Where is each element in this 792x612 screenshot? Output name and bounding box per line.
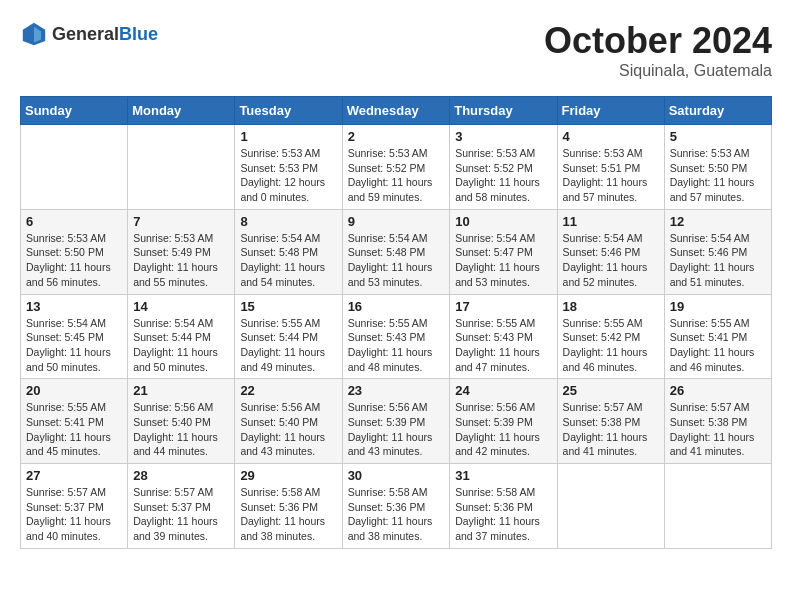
day-number: 30	[348, 468, 445, 483]
calendar-cell: 19Sunrise: 5:55 AMSunset: 5:41 PMDayligh…	[664, 294, 771, 379]
day-info: Sunrise: 5:55 AMSunset: 5:44 PMDaylight:…	[240, 316, 336, 375]
day-info: Sunrise: 5:53 AMSunset: 5:50 PMDaylight:…	[670, 146, 766, 205]
day-info: Sunrise: 5:54 AMSunset: 5:46 PMDaylight:…	[563, 231, 659, 290]
weekday-header-thursday: Thursday	[450, 97, 557, 125]
logo-text-blue: Blue	[119, 24, 158, 44]
week-row-3: 13Sunrise: 5:54 AMSunset: 5:45 PMDayligh…	[21, 294, 772, 379]
day-number: 1	[240, 129, 336, 144]
calendar-cell: 31Sunrise: 5:58 AMSunset: 5:36 PMDayligh…	[450, 464, 557, 549]
calendar-cell: 23Sunrise: 5:56 AMSunset: 5:39 PMDayligh…	[342, 379, 450, 464]
calendar-cell: 20Sunrise: 5:55 AMSunset: 5:41 PMDayligh…	[21, 379, 128, 464]
day-info: Sunrise: 5:54 AMSunset: 5:47 PMDaylight:…	[455, 231, 551, 290]
calendar-cell: 10Sunrise: 5:54 AMSunset: 5:47 PMDayligh…	[450, 209, 557, 294]
day-number: 21	[133, 383, 229, 398]
day-number: 16	[348, 299, 445, 314]
day-number: 20	[26, 383, 122, 398]
day-info: Sunrise: 5:56 AMSunset: 5:40 PMDaylight:…	[133, 400, 229, 459]
week-row-1: 1Sunrise: 5:53 AMSunset: 5:53 PMDaylight…	[21, 125, 772, 210]
weekday-header-wednesday: Wednesday	[342, 97, 450, 125]
day-number: 31	[455, 468, 551, 483]
day-number: 22	[240, 383, 336, 398]
calendar-cell: 24Sunrise: 5:56 AMSunset: 5:39 PMDayligh…	[450, 379, 557, 464]
calendar-cell: 13Sunrise: 5:54 AMSunset: 5:45 PMDayligh…	[21, 294, 128, 379]
weekday-header-tuesday: Tuesday	[235, 97, 342, 125]
title-block: October 2024 Siquinala, Guatemala	[544, 20, 772, 80]
day-info: Sunrise: 5:58 AMSunset: 5:36 PMDaylight:…	[348, 485, 445, 544]
day-info: Sunrise: 5:53 AMSunset: 5:53 PMDaylight:…	[240, 146, 336, 205]
day-number: 25	[563, 383, 659, 398]
day-info: Sunrise: 5:54 AMSunset: 5:46 PMDaylight:…	[670, 231, 766, 290]
logo-text-general: General	[52, 24, 119, 44]
day-info: Sunrise: 5:54 AMSunset: 5:48 PMDaylight:…	[240, 231, 336, 290]
day-info: Sunrise: 5:55 AMSunset: 5:42 PMDaylight:…	[563, 316, 659, 375]
calendar-cell: 14Sunrise: 5:54 AMSunset: 5:44 PMDayligh…	[128, 294, 235, 379]
day-number: 9	[348, 214, 445, 229]
calendar-cell	[664, 464, 771, 549]
calendar-cell: 8Sunrise: 5:54 AMSunset: 5:48 PMDaylight…	[235, 209, 342, 294]
day-info: Sunrise: 5:57 AMSunset: 5:37 PMDaylight:…	[26, 485, 122, 544]
calendar-cell: 1Sunrise: 5:53 AMSunset: 5:53 PMDaylight…	[235, 125, 342, 210]
calendar-cell: 7Sunrise: 5:53 AMSunset: 5:49 PMDaylight…	[128, 209, 235, 294]
day-number: 17	[455, 299, 551, 314]
day-info: Sunrise: 5:57 AMSunset: 5:38 PMDaylight:…	[563, 400, 659, 459]
calendar-cell: 25Sunrise: 5:57 AMSunset: 5:38 PMDayligh…	[557, 379, 664, 464]
day-info: Sunrise: 5:53 AMSunset: 5:50 PMDaylight:…	[26, 231, 122, 290]
day-number: 13	[26, 299, 122, 314]
calendar-cell: 30Sunrise: 5:58 AMSunset: 5:36 PMDayligh…	[342, 464, 450, 549]
calendar-cell: 26Sunrise: 5:57 AMSunset: 5:38 PMDayligh…	[664, 379, 771, 464]
weekday-header-saturday: Saturday	[664, 97, 771, 125]
day-info: Sunrise: 5:53 AMSunset: 5:49 PMDaylight:…	[133, 231, 229, 290]
day-info: Sunrise: 5:53 AMSunset: 5:52 PMDaylight:…	[455, 146, 551, 205]
calendar-cell: 5Sunrise: 5:53 AMSunset: 5:50 PMDaylight…	[664, 125, 771, 210]
day-number: 28	[133, 468, 229, 483]
day-number: 11	[563, 214, 659, 229]
calendar-cell: 29Sunrise: 5:58 AMSunset: 5:36 PMDayligh…	[235, 464, 342, 549]
day-info: Sunrise: 5:56 AMSunset: 5:40 PMDaylight:…	[240, 400, 336, 459]
day-number: 2	[348, 129, 445, 144]
day-number: 7	[133, 214, 229, 229]
day-info: Sunrise: 5:53 AMSunset: 5:52 PMDaylight:…	[348, 146, 445, 205]
calendar-cell	[128, 125, 235, 210]
calendar-cell: 18Sunrise: 5:55 AMSunset: 5:42 PMDayligh…	[557, 294, 664, 379]
day-number: 15	[240, 299, 336, 314]
day-number: 18	[563, 299, 659, 314]
calendar-cell: 27Sunrise: 5:57 AMSunset: 5:37 PMDayligh…	[21, 464, 128, 549]
day-number: 24	[455, 383, 551, 398]
day-number: 10	[455, 214, 551, 229]
day-info: Sunrise: 5:54 AMSunset: 5:44 PMDaylight:…	[133, 316, 229, 375]
calendar-cell: 22Sunrise: 5:56 AMSunset: 5:40 PMDayligh…	[235, 379, 342, 464]
calendar-cell: 6Sunrise: 5:53 AMSunset: 5:50 PMDaylight…	[21, 209, 128, 294]
day-number: 14	[133, 299, 229, 314]
day-info: Sunrise: 5:55 AMSunset: 5:41 PMDaylight:…	[670, 316, 766, 375]
day-info: Sunrise: 5:58 AMSunset: 5:36 PMDaylight:…	[455, 485, 551, 544]
day-number: 3	[455, 129, 551, 144]
calendar-cell: 4Sunrise: 5:53 AMSunset: 5:51 PMDaylight…	[557, 125, 664, 210]
day-number: 6	[26, 214, 122, 229]
page-header: GeneralBlue October 2024 Siquinala, Guat…	[20, 20, 772, 80]
calendar-cell: 15Sunrise: 5:55 AMSunset: 5:44 PMDayligh…	[235, 294, 342, 379]
day-info: Sunrise: 5:54 AMSunset: 5:45 PMDaylight:…	[26, 316, 122, 375]
day-info: Sunrise: 5:58 AMSunset: 5:36 PMDaylight:…	[240, 485, 336, 544]
logo-icon	[20, 20, 48, 48]
weekday-header-monday: Monday	[128, 97, 235, 125]
calendar-cell: 28Sunrise: 5:57 AMSunset: 5:37 PMDayligh…	[128, 464, 235, 549]
logo: GeneralBlue	[20, 20, 158, 48]
calendar-cell	[21, 125, 128, 210]
weekday-header-row: SundayMondayTuesdayWednesdayThursdayFrid…	[21, 97, 772, 125]
calendar-body: 1Sunrise: 5:53 AMSunset: 5:53 PMDaylight…	[21, 125, 772, 549]
calendar-table: SundayMondayTuesdayWednesdayThursdayFrid…	[20, 96, 772, 549]
day-number: 27	[26, 468, 122, 483]
weekday-header-sunday: Sunday	[21, 97, 128, 125]
calendar-cell: 12Sunrise: 5:54 AMSunset: 5:46 PMDayligh…	[664, 209, 771, 294]
week-row-4: 20Sunrise: 5:55 AMSunset: 5:41 PMDayligh…	[21, 379, 772, 464]
calendar-cell: 21Sunrise: 5:56 AMSunset: 5:40 PMDayligh…	[128, 379, 235, 464]
day-info: Sunrise: 5:53 AMSunset: 5:51 PMDaylight:…	[563, 146, 659, 205]
weekday-header-friday: Friday	[557, 97, 664, 125]
day-number: 8	[240, 214, 336, 229]
day-number: 19	[670, 299, 766, 314]
calendar-cell: 9Sunrise: 5:54 AMSunset: 5:48 PMDaylight…	[342, 209, 450, 294]
day-number: 5	[670, 129, 766, 144]
day-number: 23	[348, 383, 445, 398]
calendar-cell: 16Sunrise: 5:55 AMSunset: 5:43 PMDayligh…	[342, 294, 450, 379]
day-info: Sunrise: 5:55 AMSunset: 5:43 PMDaylight:…	[455, 316, 551, 375]
